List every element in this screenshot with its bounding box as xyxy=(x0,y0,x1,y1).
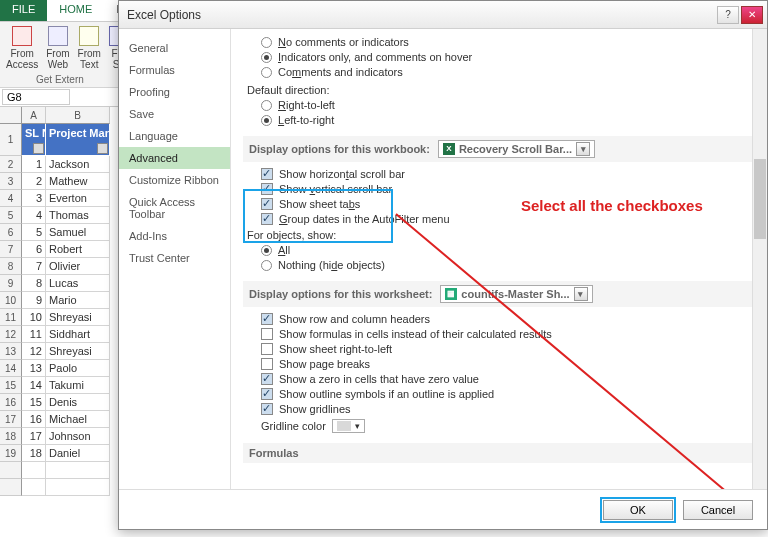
worksheet-checkbox[interactable]: Show row and column headers xyxy=(261,313,759,325)
row-header[interactable]: 12 xyxy=(0,326,22,343)
row-headers: 12345678910111213141516171819 xyxy=(0,124,22,496)
chevron-down-icon: ▾ xyxy=(576,142,590,156)
nav-trust-center[interactable]: Trust Center xyxy=(119,247,230,269)
section-formulas: Formulas xyxy=(243,443,759,463)
sheet-icon: ▦ xyxy=(445,288,457,300)
table-row: 14Takumi xyxy=(22,377,110,394)
filter-icon[interactable] xyxy=(33,143,44,154)
cancel-button[interactable]: Cancel xyxy=(683,500,753,520)
table-row: 1Jackson xyxy=(22,156,110,173)
nav-save[interactable]: Save xyxy=(119,103,230,125)
row-header[interactable]: 11 xyxy=(0,309,22,326)
nav-quick-access-toolbar[interactable]: Quick Access Toolbar xyxy=(119,191,230,225)
direction-option[interactable]: Right-to-left xyxy=(261,99,759,111)
from-web[interactable]: From Web xyxy=(42,26,73,70)
radio-icon xyxy=(261,260,272,271)
row-header[interactable]: 19 xyxy=(0,445,22,462)
row-header[interactable]: 6 xyxy=(0,224,22,241)
worksheet-checkbox[interactable]: Show sheet right-to-left xyxy=(261,343,759,355)
nav-formulas[interactable]: Formulas xyxy=(119,59,230,81)
checkbox-icon xyxy=(261,373,273,385)
excel-icon: X xyxy=(443,143,455,155)
workbook-checkbox[interactable]: Show horizontal scroll bar xyxy=(261,168,759,180)
row-header[interactable]: 18 xyxy=(0,428,22,445)
options-nav: GeneralFormulasProofingSaveLanguageAdvan… xyxy=(119,29,231,489)
worksheet-checkbox[interactable]: Show outline symbols if an outline is ap… xyxy=(261,388,759,400)
worksheet-checkbox[interactable]: Show gridlines xyxy=(261,403,759,415)
objects-option[interactable]: Nothing (hide objects) xyxy=(261,259,759,271)
checkbox-icon xyxy=(261,388,273,400)
row-header[interactable]: 16 xyxy=(0,394,22,411)
row-header[interactable]: 17 xyxy=(0,411,22,428)
table-header-pm[interactable]: Project Manage xyxy=(46,124,110,156)
from-access[interactable]: From Access xyxy=(2,26,42,70)
radio-icon xyxy=(261,245,272,256)
nav-add-ins[interactable]: Add-Ins xyxy=(119,225,230,247)
options-content: No comments or indicatorsIndicators only… xyxy=(231,29,767,489)
checkbox-icon xyxy=(261,328,273,340)
nav-general[interactable]: General xyxy=(119,37,230,59)
table-row: 15Denis xyxy=(22,394,110,411)
table-row: 3Everton xyxy=(22,190,110,207)
dialog-footer: OK Cancel xyxy=(119,489,767,529)
tab-home[interactable]: HOME xyxy=(47,0,104,21)
dialog-title: Excel Options xyxy=(127,8,715,22)
table-row: 16Michael xyxy=(22,411,110,428)
section-worksheet: Display options for this worksheet: ▦cou… xyxy=(243,281,759,307)
comments-option[interactable]: Indicators only, and comments on hover xyxy=(261,51,759,63)
row-header[interactable]: 14 xyxy=(0,360,22,377)
objects-label: For objects, show: xyxy=(247,229,759,241)
row-header[interactable]: 3 xyxy=(0,173,22,190)
row-header[interactable]: 7 xyxy=(0,241,22,258)
table-row: 8Lucas xyxy=(22,275,110,292)
help-button[interactable]: ? xyxy=(717,6,739,24)
nav-language[interactable]: Language xyxy=(119,125,230,147)
workbook-checkbox[interactable]: Group dates in the AutoFilter menu xyxy=(261,213,759,225)
table-row: 9Mario xyxy=(22,292,110,309)
worksheet-checkbox[interactable]: Show a zero in cells that have zero valu… xyxy=(261,373,759,385)
row-header[interactable]: 8 xyxy=(0,258,22,275)
nav-advanced[interactable]: Advanced xyxy=(119,147,230,169)
close-button[interactable]: ✕ xyxy=(741,6,763,24)
checkbox-icon xyxy=(261,213,273,225)
col-a[interactable]: A xyxy=(22,107,46,124)
table-row: 18Daniel xyxy=(22,445,110,462)
worksheet-checkbox[interactable]: Show page breaks xyxy=(261,358,759,370)
workbook-combo[interactable]: XRecovery Scroll Bar...▾ xyxy=(438,140,595,158)
row-header[interactable]: 13 xyxy=(0,343,22,360)
dialog-scrollbar[interactable] xyxy=(752,29,767,489)
text-icon xyxy=(79,26,99,46)
table-row: 4Thomas xyxy=(22,207,110,224)
table-row: 13Paolo xyxy=(22,360,110,377)
name-box[interactable] xyxy=(2,89,70,105)
comments-option[interactable]: No comments or indicators xyxy=(261,36,759,48)
filter-icon[interactable] xyxy=(97,143,108,154)
radio-icon xyxy=(261,100,272,111)
table-header-sl[interactable]: SL N xyxy=(22,124,46,156)
row-header[interactable]: 5 xyxy=(0,207,22,224)
checkbox-icon xyxy=(261,168,273,180)
row-header[interactable]: 2 xyxy=(0,156,22,173)
checkbox-icon xyxy=(261,358,273,370)
ok-button[interactable]: OK xyxy=(603,500,673,520)
nav-proofing[interactable]: Proofing xyxy=(119,81,230,103)
row-header[interactable]: 15 xyxy=(0,377,22,394)
gridline-color-picker[interactable]: ▾ xyxy=(332,419,365,433)
radio-icon xyxy=(261,37,272,48)
row-header[interactable]: 9 xyxy=(0,275,22,292)
tab-file[interactable]: FILE xyxy=(0,0,47,21)
worksheet-combo[interactable]: ▦countifs-Master Sh...▾ xyxy=(440,285,592,303)
direction-option[interactable]: Left-to-right xyxy=(261,114,759,126)
table-row: 5Samuel xyxy=(22,224,110,241)
annotation-text: Select all the checkboxes xyxy=(521,197,703,214)
row-header[interactable]: 4 xyxy=(0,190,22,207)
excel-options-dialog: Excel Options ? ✕ GeneralFormulasProofin… xyxy=(118,0,768,530)
from-text[interactable]: From Text xyxy=(74,26,105,70)
objects-option[interactable]: All xyxy=(261,244,759,256)
row-header[interactable]: 10 xyxy=(0,292,22,309)
col-b[interactable]: B xyxy=(46,107,110,124)
comments-option[interactable]: Comments and indicators xyxy=(261,66,759,78)
workbook-checkbox[interactable]: Show vertical scroll bar xyxy=(261,183,759,195)
nav-customize-ribbon[interactable]: Customize Ribbon xyxy=(119,169,230,191)
worksheet-checkbox[interactable]: Show formulas in cells instead of their … xyxy=(261,328,759,340)
